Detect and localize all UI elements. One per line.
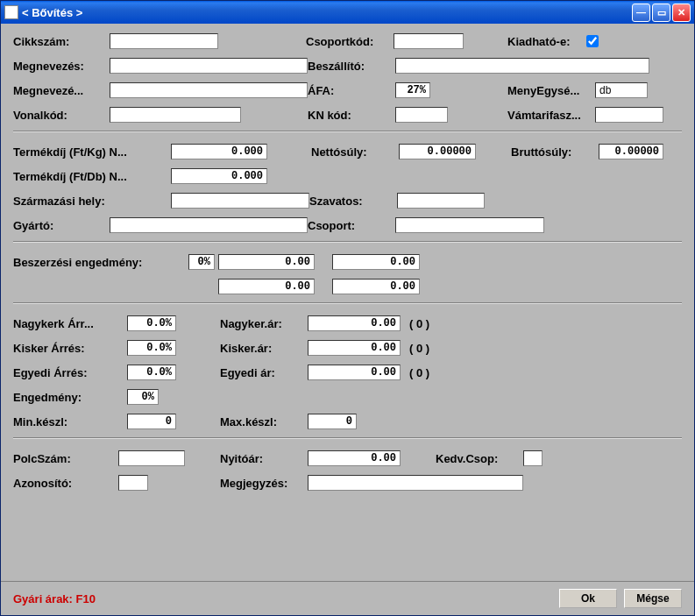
separator xyxy=(13,131,682,132)
input-minkeszl[interactable] xyxy=(127,414,176,429)
label-bruttosuly: Bruttósúly: xyxy=(511,145,599,159)
label-kiadhato: Kiadható-e: xyxy=(507,35,571,48)
input-nagyker-ar[interactable] xyxy=(308,315,401,331)
input-gyarto[interactable] xyxy=(110,217,308,233)
input-egyedi-ar[interactable] xyxy=(308,365,401,380)
window: < Bővítés > — ▭ ✕ Cikkszám: Csoportkód: … xyxy=(0,0,695,616)
label-maxkeszl: Max.készl: xyxy=(220,415,308,428)
input-besz-eng-2[interactable] xyxy=(332,254,420,270)
label-megnevezes: Megnevezés: xyxy=(13,60,110,73)
label-beszallito: Beszállító: xyxy=(308,60,395,73)
input-csoportkod[interactable] xyxy=(394,33,464,49)
footer-text: Gyári árak: F10 xyxy=(13,592,552,605)
label-termekdij-db: Termékdíj (Ft/Db) N... xyxy=(13,170,153,183)
label-megjegyzes: Megjegyzés: xyxy=(220,477,308,490)
paren-nagyker: ( 0 ) xyxy=(409,317,429,330)
maximize-button[interactable]: ▭ xyxy=(652,4,670,22)
input-polcszam[interactable] xyxy=(118,450,185,466)
label-kisker-ar: Kisker.ár: xyxy=(220,342,308,355)
label-minkeszl: Min.készl: xyxy=(13,415,110,428)
input-engedmeny[interactable] xyxy=(127,389,159,405)
input-besz-eng-1[interactable] xyxy=(218,254,315,270)
input-nyitoar[interactable] xyxy=(308,450,401,466)
input-szarmazasi[interactable] xyxy=(171,193,309,209)
input-knkod[interactable] xyxy=(395,107,448,123)
ok-button[interactable]: Ok xyxy=(559,589,617,608)
minimize-button[interactable]: — xyxy=(632,4,650,22)
input-vonalkod[interactable] xyxy=(110,107,241,123)
input-vamtarifasz[interactable] xyxy=(595,107,663,123)
input-egyedi-arres[interactable] xyxy=(127,365,176,380)
window-title: < Bővítés > xyxy=(22,6,632,19)
input-bruttosuly[interactable] xyxy=(599,144,663,159)
separator xyxy=(13,241,682,243)
input-szavatos[interactable] xyxy=(397,193,485,209)
label-nagyker-ar: Nagyker.ár: xyxy=(220,317,308,330)
app-icon xyxy=(4,5,18,19)
input-kisker-ar[interactable] xyxy=(308,340,401,356)
label-engedmeny: Engedmény: xyxy=(13,391,110,404)
label-termekdij-kg: Termékdíj (Ft/Kg) N... xyxy=(13,145,153,159)
label-csoportkod: Csoportkód: xyxy=(306,35,394,48)
paren-kisker: ( 0 ) xyxy=(409,342,429,355)
separator xyxy=(13,302,682,304)
label-menyegyse: MenyEgysé... xyxy=(507,84,595,97)
separator xyxy=(13,437,682,439)
input-nettosuly[interactable] xyxy=(399,144,476,159)
label-kedv-csop: Kedv.Csop: xyxy=(436,452,523,465)
label-azonosito: Azonosító: xyxy=(13,477,110,490)
input-termekdij-kg[interactable] xyxy=(171,144,267,159)
input-besz-eng-pct[interactable] xyxy=(188,254,215,270)
input-besz-eng-4[interactable] xyxy=(332,279,420,294)
input-maxkeszl[interactable] xyxy=(308,414,357,429)
label-szarmazasi: Származási hely: xyxy=(13,195,153,208)
titlebar[interactable]: < Bővítés > — ▭ ✕ xyxy=(1,1,694,24)
input-kisker-arres[interactable] xyxy=(127,340,176,356)
label-nagykerk-arr: Nagykerk Árr... xyxy=(13,317,110,330)
close-button[interactable]: ✕ xyxy=(672,4,691,22)
cancel-button[interactable]: Mégse xyxy=(624,589,682,608)
label-nettosuly: Nettósúly: xyxy=(311,145,399,159)
label-nyitoar: Nyitóár: xyxy=(220,452,308,465)
label-csoport: Csoport: xyxy=(308,219,395,232)
input-kedv-csop[interactable] xyxy=(523,450,543,466)
label-egyedi-arres: Egyedi Árrés: xyxy=(13,366,110,379)
input-megnevezes[interactable] xyxy=(110,58,308,74)
footer: Gyári árak: F10 Ok Mégse xyxy=(1,581,694,615)
paren-egyedi: ( 0 ) xyxy=(409,366,429,379)
label-egyedi-ar: Egyedi ár: xyxy=(220,366,308,379)
input-megjegyzes[interactable] xyxy=(308,475,523,491)
label-vonalkod: Vonalkód: xyxy=(13,109,110,122)
label-vamtarifasz: Vámtarifasz... xyxy=(507,109,595,122)
label-gyarto: Gyártó: xyxy=(13,219,110,232)
checkbox-kiadhato[interactable] xyxy=(586,35,599,47)
label-kisker-arres: Kisker Árrés: xyxy=(13,342,110,355)
input-beszallito[interactable] xyxy=(395,58,649,74)
label-szavatos: Szavatos: xyxy=(309,195,397,208)
label-cikkszam: Cikkszám: xyxy=(13,35,110,48)
label-beszerzesi-eng: Beszerzési engedmény: xyxy=(13,256,171,269)
input-megneveze[interactable] xyxy=(110,82,308,98)
label-afa: ÁFA: xyxy=(308,84,395,97)
label-knkod: KN kód: xyxy=(308,109,395,122)
input-azonosito[interactable] xyxy=(118,475,148,491)
input-besz-eng-3[interactable] xyxy=(218,279,315,294)
input-termekdij-db[interactable] xyxy=(171,168,267,184)
input-afa[interactable] xyxy=(395,82,430,98)
input-csoport[interactable] xyxy=(395,217,544,233)
input-nagykerk-arres[interactable] xyxy=(127,315,176,331)
label-megneveze: Megnevezé... xyxy=(13,84,110,97)
input-menyegyse[interactable] xyxy=(595,82,648,98)
label-polcszam: PolcSzám: xyxy=(13,452,110,465)
form-area: Cikkszám: Csoportkód: Kiadható-e: Megnev… xyxy=(1,24,694,581)
input-cikkszam[interactable] xyxy=(110,33,218,49)
